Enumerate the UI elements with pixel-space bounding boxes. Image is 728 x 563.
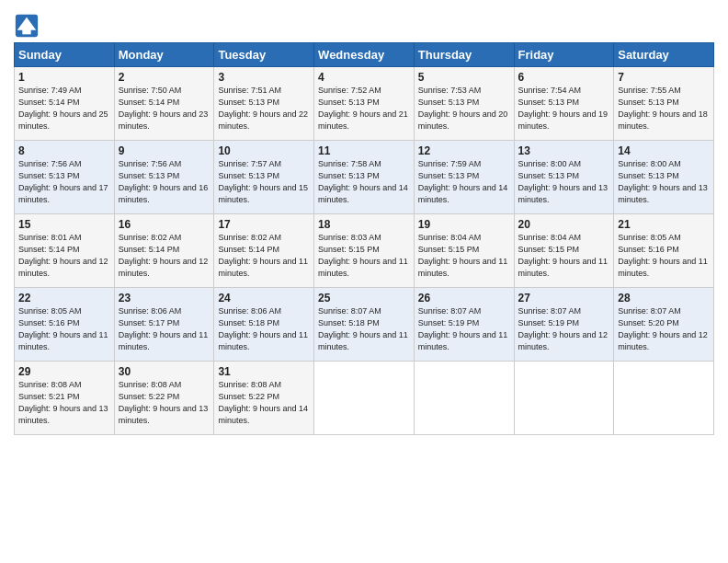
day-info: Sunrise: 8:05 AM Sunset: 5:16 PM Dayligh… (18, 305, 110, 353)
calendar-day-cell: 31 Sunrise: 8:08 AM Sunset: 5:22 PM Dayl… (214, 362, 314, 435)
day-info: Sunrise: 8:03 AM Sunset: 5:15 PM Dayligh… (318, 232, 410, 280)
day-info: Sunrise: 8:02 AM Sunset: 5:14 PM Dayligh… (119, 232, 210, 280)
day-number: 29 (18, 365, 110, 378)
calendar-week-row: 8 Sunrise: 7:56 AM Sunset: 5:13 PM Dayli… (15, 141, 714, 214)
day-number: 23 (119, 292, 210, 304)
day-info: Sunrise: 8:06 AM Sunset: 5:18 PM Dayligh… (218, 305, 310, 353)
day-number: 7 (618, 71, 710, 84)
calendar-day-cell: 8 Sunrise: 7:56 AM Sunset: 5:13 PM Dayli… (15, 141, 115, 214)
day-number: 8 (18, 144, 110, 157)
day-info: Sunrise: 8:04 AM Sunset: 5:15 PM Dayligh… (518, 232, 610, 280)
day-number: 13 (518, 144, 610, 157)
day-number: 28 (618, 292, 710, 304)
calendar-day-cell: 7 Sunrise: 7:55 AM Sunset: 5:13 PM Dayli… (614, 67, 714, 141)
calendar-day-cell: 4 Sunrise: 7:52 AM Sunset: 5:13 PM Dayli… (314, 67, 415, 141)
day-info: Sunrise: 8:00 AM Sunset: 5:13 PM Dayligh… (518, 158, 610, 206)
day-info: Sunrise: 8:07 AM Sunset: 5:20 PM Dayligh… (618, 305, 710, 353)
day-number: 3 (218, 71, 310, 84)
day-info: Sunrise: 7:56 AM Sunset: 5:13 PM Dayligh… (18, 158, 110, 206)
day-of-week-header: Monday (114, 43, 214, 67)
calendar-day-cell: 6 Sunrise: 7:54 AM Sunset: 5:13 PM Dayli… (514, 67, 614, 141)
calendar-day-cell: 3 Sunrise: 7:51 AM Sunset: 5:13 PM Dayli… (214, 67, 314, 141)
day-info: Sunrise: 8:01 AM Sunset: 5:14 PM Dayligh… (18, 232, 110, 280)
day-number: 25 (318, 292, 410, 304)
day-info: Sunrise: 8:05 AM Sunset: 5:16 PM Dayligh… (618, 232, 710, 280)
page-container: SundayMondayTuesdayWednesdayThursdayFrid… (0, 0, 728, 440)
calendar-day-cell: 27 Sunrise: 8:07 AM Sunset: 5:19 PM Dayl… (514, 288, 614, 362)
calendar-day-cell: 14 Sunrise: 8:00 AM Sunset: 5:13 PM Dayl… (614, 141, 714, 214)
calendar-day-cell: 18 Sunrise: 8:03 AM Sunset: 5:15 PM Dayl… (314, 214, 415, 288)
calendar-week-row: 1 Sunrise: 7:49 AM Sunset: 5:14 PM Dayli… (15, 67, 714, 141)
calendar-day-cell: 11 Sunrise: 7:58 AM Sunset: 5:13 PM Dayl… (314, 141, 415, 214)
day-info: Sunrise: 8:08 AM Sunset: 5:22 PM Dayligh… (218, 379, 310, 427)
calendar-day-cell (314, 362, 415, 435)
day-number: 15 (18, 218, 110, 231)
calendar-day-cell: 17 Sunrise: 8:02 AM Sunset: 5:14 PM Dayl… (214, 214, 314, 288)
calendar-body: 1 Sunrise: 7:49 AM Sunset: 5:14 PM Dayli… (15, 67, 714, 435)
day-info: Sunrise: 7:57 AM Sunset: 5:13 PM Dayligh… (218, 158, 310, 206)
day-number: 12 (418, 144, 510, 157)
day-of-week-header: Thursday (414, 43, 514, 67)
day-number: 9 (119, 144, 210, 157)
day-number: 11 (318, 144, 410, 157)
logo-icon (14, 13, 40, 39)
day-info: Sunrise: 8:07 AM Sunset: 5:18 PM Dayligh… (318, 305, 410, 353)
day-number: 1 (18, 71, 110, 84)
calendar-day-cell: 26 Sunrise: 8:07 AM Sunset: 5:19 PM Dayl… (414, 288, 514, 362)
day-number: 27 (518, 292, 610, 304)
day-info: Sunrise: 7:58 AM Sunset: 5:13 PM Dayligh… (318, 158, 410, 206)
calendar-week-row: 15 Sunrise: 8:01 AM Sunset: 5:14 PM Dayl… (15, 214, 714, 288)
calendar-day-cell: 15 Sunrise: 8:01 AM Sunset: 5:14 PM Dayl… (15, 214, 115, 288)
day-info: Sunrise: 8:08 AM Sunset: 5:21 PM Dayligh… (18, 379, 110, 427)
day-info: Sunrise: 8:07 AM Sunset: 5:19 PM Dayligh… (418, 305, 510, 353)
day-info: Sunrise: 7:50 AM Sunset: 5:14 PM Dayligh… (119, 85, 210, 132)
calendar-day-cell: 2 Sunrise: 7:50 AM Sunset: 5:14 PM Dayli… (114, 67, 214, 141)
day-number: 4 (318, 71, 410, 84)
day-of-week-header: Sunday (15, 43, 115, 67)
day-info: Sunrise: 7:49 AM Sunset: 5:14 PM Dayligh… (18, 85, 110, 132)
day-info: Sunrise: 7:56 AM Sunset: 5:13 PM Dayligh… (119, 158, 210, 206)
calendar-day-cell: 10 Sunrise: 7:57 AM Sunset: 5:13 PM Dayl… (214, 141, 314, 214)
calendar-day-cell: 1 Sunrise: 7:49 AM Sunset: 5:14 PM Dayli… (15, 67, 115, 141)
calendar-table: SundayMondayTuesdayWednesdayThursdayFrid… (14, 42, 714, 435)
day-info: Sunrise: 8:07 AM Sunset: 5:19 PM Dayligh… (518, 305, 610, 353)
day-number: 2 (119, 71, 210, 84)
day-number: 26 (418, 292, 510, 304)
header (14, 9, 714, 39)
day-number: 30 (119, 365, 210, 378)
calendar-day-cell (414, 362, 514, 435)
day-number: 16 (119, 218, 210, 231)
calendar-day-cell: 16 Sunrise: 8:02 AM Sunset: 5:14 PM Dayl… (114, 214, 214, 288)
logo (14, 13, 41, 39)
day-number: 14 (618, 144, 710, 157)
day-number: 19 (418, 218, 510, 231)
day-of-week-header: Tuesday (214, 43, 314, 67)
calendar-day-cell: 21 Sunrise: 8:05 AM Sunset: 5:16 PM Dayl… (614, 214, 714, 288)
day-number: 31 (218, 365, 310, 378)
day-info: Sunrise: 7:54 AM Sunset: 5:13 PM Dayligh… (518, 85, 610, 132)
calendar-day-cell: 30 Sunrise: 8:08 AM Sunset: 5:22 PM Dayl… (114, 362, 214, 435)
calendar-day-cell: 28 Sunrise: 8:07 AM Sunset: 5:20 PM Dayl… (614, 288, 714, 362)
calendar-day-cell: 19 Sunrise: 8:04 AM Sunset: 5:15 PM Dayl… (414, 214, 514, 288)
day-of-week-header: Wednesday (314, 43, 415, 67)
calendar-day-cell (514, 362, 614, 435)
calendar-day-cell: 23 Sunrise: 8:06 AM Sunset: 5:17 PM Dayl… (114, 288, 214, 362)
calendar-day-cell: 25 Sunrise: 8:07 AM Sunset: 5:18 PM Dayl… (314, 288, 415, 362)
day-info: Sunrise: 8:02 AM Sunset: 5:14 PM Dayligh… (218, 232, 310, 280)
svg-rect-2 (22, 29, 30, 35)
calendar-day-cell: 12 Sunrise: 7:59 AM Sunset: 5:13 PM Dayl… (414, 141, 514, 214)
calendar-day-cell: 24 Sunrise: 8:06 AM Sunset: 5:18 PM Dayl… (214, 288, 314, 362)
day-info: Sunrise: 7:52 AM Sunset: 5:13 PM Dayligh… (318, 85, 410, 132)
calendar-header-row: SundayMondayTuesdayWednesdayThursdayFrid… (15, 43, 714, 67)
day-info: Sunrise: 7:59 AM Sunset: 5:13 PM Dayligh… (418, 158, 510, 206)
day-info: Sunrise: 8:00 AM Sunset: 5:13 PM Dayligh… (618, 158, 710, 206)
day-of-week-header: Friday (514, 43, 614, 67)
calendar-day-cell: 9 Sunrise: 7:56 AM Sunset: 5:13 PM Dayli… (114, 141, 214, 214)
calendar-day-cell: 5 Sunrise: 7:53 AM Sunset: 5:13 PM Dayli… (414, 67, 514, 141)
calendar-day-cell: 13 Sunrise: 8:00 AM Sunset: 5:13 PM Dayl… (514, 141, 614, 214)
day-number: 6 (518, 71, 610, 84)
day-number: 24 (218, 292, 310, 304)
calendar-day-cell (614, 362, 714, 435)
day-number: 20 (518, 218, 610, 231)
day-info: Sunrise: 7:51 AM Sunset: 5:13 PM Dayligh… (218, 85, 310, 132)
